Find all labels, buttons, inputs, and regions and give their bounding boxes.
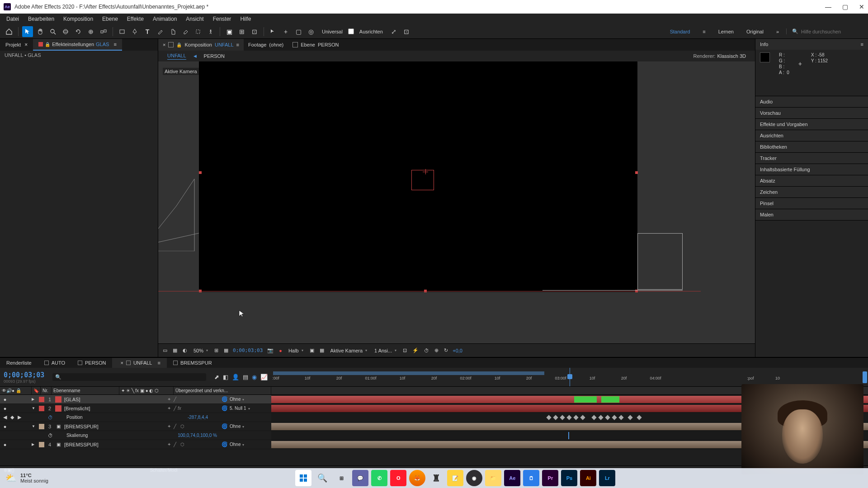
comp-end-marker[interactable] bbox=[863, 371, 867, 383]
stopwatch-icon[interactable]: ⏱ bbox=[48, 415, 53, 420]
layer-row-bremsspur-1[interactable]: ● ▼ 3 ▣ [BREMSSPUR] ✦╱⬡ 🌀Ohne bbox=[0, 422, 868, 431]
start-button[interactable] bbox=[295, 470, 311, 486]
menu-animation[interactable]: Animation bbox=[148, 16, 181, 22]
layer-color-chip[interactable] bbox=[39, 397, 44, 402]
workspace-standard[interactable]: Standard bbox=[665, 29, 696, 34]
scale-value[interactable]: 100,0,74,0,100,0 % bbox=[174, 433, 217, 438]
rectangle-tool[interactable] bbox=[117, 26, 127, 37]
teams-app[interactable]: 💬 bbox=[352, 470, 368, 486]
layer-color-chip[interactable] bbox=[39, 424, 44, 429]
eye-icon[interactable]: ● bbox=[2, 442, 8, 447]
eye-icon[interactable]: ● bbox=[2, 424, 8, 429]
safe-zones-icon[interactable]: ⊞ bbox=[213, 347, 219, 353]
workspace-original[interactable]: Original bbox=[741, 29, 769, 34]
panel-menu-icon[interactable]: ≡ bbox=[113, 42, 116, 47]
twirl-icon[interactable]: ▼ bbox=[32, 406, 37, 410]
info-panel-header[interactable]: Info ≡ bbox=[755, 39, 868, 50]
panel-bibliotheken[interactable]: Bibliotheken bbox=[755, 141, 868, 152]
menu-bearbeiten[interactable]: Bearbeiten bbox=[24, 16, 59, 22]
pen-tool[interactable] bbox=[129, 26, 140, 37]
text-tool[interactable]: T bbox=[142, 26, 153, 37]
pickwhip-icon[interactable]: 🌀 bbox=[222, 441, 228, 447]
tab-person[interactable]: PERSON bbox=[71, 358, 112, 368]
menu-komposition[interactable]: Komposition bbox=[59, 16, 98, 22]
snap-cursor-icon[interactable] bbox=[268, 26, 278, 37]
layer-color-chip[interactable] bbox=[39, 406, 44, 411]
zoom-tool[interactable] bbox=[47, 26, 58, 37]
snapshot-icon[interactable]: 📷 bbox=[266, 347, 274, 353]
region-icon[interactable]: ▣ bbox=[309, 347, 315, 353]
weather-widget[interactable]: ⛅ 11°C Meist sonnig bbox=[5, 473, 48, 483]
next-key-icon[interactable]: ▶ bbox=[16, 414, 23, 420]
workspace-overflow-icon[interactable]: » bbox=[771, 29, 784, 34]
brush-tool[interactable] bbox=[155, 26, 165, 37]
pickwhip-icon[interactable]: 🌀 bbox=[222, 423, 228, 429]
eye-icon[interactable]: ● bbox=[2, 397, 8, 402]
firefox-app[interactable]: 🦊 bbox=[409, 470, 425, 486]
panel-absatz[interactable]: Absatz bbox=[755, 175, 868, 186]
timeline-icon[interactable]: ⏱ bbox=[423, 348, 430, 353]
pixel-aspect-icon[interactable]: ⊡ bbox=[402, 347, 408, 353]
menu-ebene[interactable]: Ebene bbox=[98, 16, 123, 22]
maximize-button[interactable]: ▢ bbox=[842, 3, 848, 10]
snap-box-icon[interactable]: ▢ bbox=[293, 26, 304, 37]
timeline-timecode[interactable]: 0;00;03;03 bbox=[4, 371, 44, 379]
layer-row-bremslicht[interactable]: ● ▼ 2 [Bremslicht] ✦╱fx 🌀5. Null 1 bbox=[0, 404, 868, 413]
premiere-app[interactable]: Pr bbox=[542, 470, 558, 486]
puppet-tool[interactable] bbox=[205, 26, 216, 37]
tab-bremsspur[interactable]: BREMSSPUR bbox=[167, 358, 218, 368]
playhead[interactable] bbox=[570, 368, 570, 386]
eraser-tool[interactable] bbox=[180, 26, 191, 37]
timeline-search[interactable]: 🔍 bbox=[52, 373, 206, 381]
stopwatch-icon[interactable]: ⏱ bbox=[48, 433, 53, 438]
minimize-button[interactable]: — bbox=[825, 3, 831, 10]
obs-app[interactable]: ◉ bbox=[466, 470, 482, 486]
workspace-menu-icon[interactable]: ≡ bbox=[697, 29, 711, 34]
close-button[interactable]: ✕ bbox=[859, 3, 864, 10]
views-dropdown[interactable]: 1 Ansi... bbox=[373, 348, 398, 353]
menu-hilfe[interactable]: Hilfe bbox=[236, 16, 255, 22]
shy-icon[interactable]: 👤 bbox=[232, 374, 239, 380]
graph-editor-icon[interactable]: 📈 bbox=[260, 374, 268, 380]
lightroom-app[interactable]: Lr bbox=[599, 470, 615, 486]
transparency-icon[interactable]: ▦ bbox=[319, 347, 325, 353]
clone-tool[interactable] bbox=[167, 26, 178, 37]
add-key-icon[interactable]: ◆ bbox=[9, 414, 15, 420]
prev-key-icon[interactable]: ◀ bbox=[2, 414, 8, 420]
tab-effekteinstellungen[interactable]: 🔒 Effekteinstellungen GLAS ≡ bbox=[33, 39, 122, 51]
layer-color-chip[interactable] bbox=[39, 442, 44, 447]
panel-ausrichten[interactable]: Ausrichten bbox=[755, 130, 868, 141]
twirl-icon[interactable]: ▶ bbox=[32, 442, 37, 446]
view-axis-icon[interactable]: ⊡ bbox=[249, 26, 260, 37]
reset-exposure-icon[interactable]: ↻ bbox=[443, 347, 449, 353]
comp-mini-flowchart-icon[interactable]: ⬈ bbox=[214, 374, 219, 380]
panel-inhaltsfuellung[interactable]: Inhaltsbasierte Füllung bbox=[755, 164, 868, 175]
search-button[interactable]: 🔍 bbox=[314, 470, 330, 486]
rotation-tool[interactable] bbox=[73, 26, 84, 37]
mask-icon[interactable]: ◐ bbox=[182, 347, 188, 353]
layer-row-bremsspur-2[interactable]: ● ▶ 4 ▣ [BREMSSPUR] ✦╱⬡ 🌀Ohne bbox=[0, 440, 868, 449]
anchor-point-icon[interactable] bbox=[423, 169, 428, 174]
tab-unfall[interactable]: ×UNFALL≡ bbox=[112, 358, 166, 368]
subtab-person[interactable]: PERSON bbox=[204, 53, 225, 59]
whatsapp-app[interactable]: ✆ bbox=[371, 470, 387, 486]
time-ruler[interactable]: :00f 10f 20f 01:00f 10f 20f 02:00f 10f 2… bbox=[271, 368, 868, 386]
tab-ebene[interactable]: Ebene PERSON bbox=[288, 39, 343, 51]
hand-tool[interactable] bbox=[35, 26, 46, 37]
current-time[interactable]: 0;00;03;03 bbox=[233, 347, 263, 353]
help-search-input[interactable] bbox=[801, 29, 864, 34]
selection-tool[interactable] bbox=[22, 26, 33, 37]
menu-effekte[interactable]: Effekte bbox=[123, 16, 148, 22]
notes-app[interactable]: 📝 bbox=[447, 470, 463, 486]
panel-pinsel[interactable]: Pinsel bbox=[755, 198, 868, 209]
camera-tool[interactable]: ⊕ bbox=[85, 26, 96, 37]
always-preview-icon[interactable]: ▭ bbox=[162, 347, 168, 353]
layer-row-glas[interactable]: ● ▶ 1 [GLAS] ✦╱ 🌀Ohne bbox=[0, 395, 868, 404]
panel-zeichen[interactable]: Zeichen bbox=[755, 187, 868, 197]
position-value[interactable]: -287,8,4,4 bbox=[184, 415, 208, 420]
resolution-dropdown[interactable]: Halb bbox=[287, 348, 305, 353]
home-button[interactable] bbox=[4, 26, 14, 37]
snap-target-icon[interactable]: ◎ bbox=[306, 26, 316, 37]
flowchart-icon[interactable]: ⊕ bbox=[434, 347, 439, 353]
grid-icon[interactable]: ▦ bbox=[223, 347, 229, 353]
